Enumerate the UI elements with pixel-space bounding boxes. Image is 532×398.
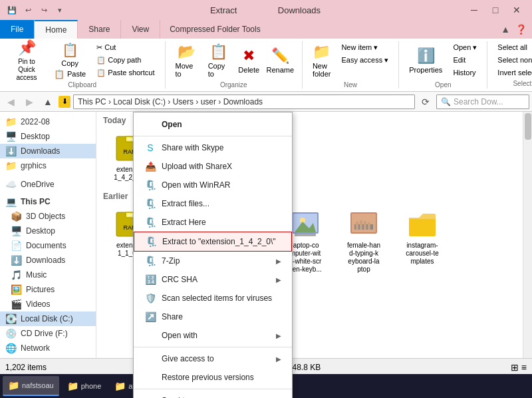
network-icon: 🌐 <box>5 343 17 353</box>
sidebar-item-downloads[interactable]: ⬇️ Downloads <box>0 144 96 158</box>
file-item-female-hand[interactable]: female-hand-typing-keyboard-laptop <box>337 205 390 277</box>
new-item-button[interactable]: New item ▾ <box>336 41 393 53</box>
sidebar-item-cd-drive[interactable]: 💿 CD Drive (F:) <box>0 326 96 341</box>
scrollbar[interactable] <box>523 112 532 358</box>
search-box[interactable]: 🔍 Search Dow... <box>436 95 529 109</box>
quick-access-save[interactable]: 💾 <box>5 3 19 17</box>
select-none-button[interactable]: Select none <box>493 54 532 66</box>
sidebar-item-desktop[interactable]: 🖥️ Desktop <box>0 129 96 144</box>
ctx-share-skype[interactable]: S Share with Skype <box>134 138 292 157</box>
file-item-insta-carousel2[interactable]: instagram-carousel-templates <box>396 205 449 277</box>
ctx-extract-here[interactable]: 🗜️ Extract Here <box>134 213 292 232</box>
sidebar-item-local-disk[interactable]: 💽 Local Disk (C:) <box>0 311 96 326</box>
copy-button[interactable]: 📋 Copy <box>49 41 90 68</box>
scan-icon: 🛡️ <box>144 292 156 304</box>
invert-selection-button[interactable]: Invert selection <box>493 67 532 79</box>
downloads2-icon: ⬇️ <box>11 255 22 266</box>
up-button[interactable]: ▲ <box>40 94 56 110</box>
move-to-button[interactable]: 📂 Move to <box>171 41 202 80</box>
history-button[interactable]: History <box>448 67 481 79</box>
svg-rect-10 <box>127 214 132 216</box>
pin-to-quick-access-button[interactable]: 📌 Pin to Quick access <box>5 41 48 80</box>
paste-shortcut-button[interactable]: 📋 Paste shortcut <box>92 67 159 79</box>
refresh-button[interactable]: ⟳ <box>418 94 434 110</box>
sidebar-item-desktop2[interactable]: 🖥️ Desktop <box>0 224 96 238</box>
tab-compressed[interactable]: Compressed Folder Tools <box>160 20 270 39</box>
ctx-open[interactable]: Open <box>134 115 292 134</box>
scrollbar-thumb[interactable] <box>525 113 531 140</box>
minimize-button[interactable]: ─ <box>464 3 484 17</box>
ctx-extract-files[interactable]: 🗜️ Extract files... <box>134 194 292 213</box>
close-button[interactable]: ✕ <box>507 3 527 17</box>
folder-icon: 📁 <box>5 116 17 127</box>
cut-button[interactable]: ✂ Cut <box>92 41 159 53</box>
sidebar-item-3d-objects[interactable]: 📦 3D Objects <box>0 209 96 224</box>
quick-access-dropdown[interactable]: ▾ <box>53 3 66 17</box>
sidebar-item-downloads2[interactable]: ⬇️ Downloads <box>0 253 96 268</box>
sidebar-item-grphics[interactable]: 📁 grphics <box>0 158 96 173</box>
edit-button[interactable]: Edit <box>448 54 481 66</box>
image-icon-laptop <box>289 208 321 240</box>
quick-access-undo[interactable]: ↩ <box>21 3 35 17</box>
title-bar: 💾 ↩ ↪ ▾ Extract Downloads ─ □ ✕ <box>0 0 532 20</box>
tab-file[interactable]: File <box>0 20 35 39</box>
open-button[interactable]: Open ▾ <box>448 41 481 53</box>
new-label: New <box>344 80 357 90</box>
quick-access-redo[interactable]: ↪ <box>37 3 51 17</box>
ctx-scan-viruses[interactable]: 🛡️ Scan selected items for viruses <box>134 289 292 307</box>
ctx-share[interactable]: ↗️ Share <box>134 307 292 326</box>
sidebar-item-onedrive[interactable]: ☁️ OneDrive <box>0 177 96 192</box>
open-label: Open <box>435 80 451 90</box>
properties-button[interactable]: ℹ️ Properties <box>404 41 447 80</box>
tab-view[interactable]: View <box>121 20 160 39</box>
sidebar-item-documents[interactable]: 📄 Documents <box>0 238 96 253</box>
taskbar-item-phone[interactable]: 📁 phone <box>62 376 107 396</box>
open-items: ℹ️ Properties Open ▾ Edit History <box>404 41 481 80</box>
sidebar-item-music[interactable]: 🎵 Music <box>0 268 96 282</box>
help-icon[interactable]: ❓ <box>515 24 527 35</box>
ribbon-group-select: Select all Select none Invert selection … <box>487 41 532 89</box>
copy-path-button[interactable]: 📋 Copy path <box>92 54 159 66</box>
ctx-upload-sharex[interactable]: 📤 Upload with ShareX <box>134 157 292 176</box>
easy-access-button[interactable]: Easy access ▾ <box>336 54 393 66</box>
select-all-button[interactable]: Select all <box>493 41 532 53</box>
copy-to-button[interactable]: 📋 Copy to <box>203 41 234 80</box>
ctx-give-access[interactable]: Give access to ▶ <box>134 349 292 368</box>
sidebar-item-pictures[interactable]: 🖼️ Pictures <box>0 282 96 297</box>
ribbon-collapse[interactable]: ▲ <box>501 24 510 35</box>
ctx-crc-sha[interactable]: 🔢 CRC SHA ▶ <box>134 270 292 289</box>
maximize-button[interactable]: □ <box>485 3 505 17</box>
ctx-send-to[interactable]: Send to ▶ <box>134 391 292 398</box>
sidebar-item-2022-08[interactable]: 📁 2022-08 <box>0 114 96 129</box>
crc-arrow: ▶ <box>276 276 281 284</box>
this-pc-icon: 💻 <box>5 196 17 207</box>
ctx-open-with[interactable]: Open with ▶ <box>134 326 292 345</box>
address-path[interactable]: This PC › Local Disk (C:) › Users › user… <box>73 95 415 109</box>
send-to-icon <box>144 395 156 398</box>
ctx-separator-2 <box>134 347 292 347</box>
ctx-open-winrar[interactable]: 🗜️ Open with WinRAR <box>134 176 292 194</box>
address-bar: ◀ ▶ ▲ ⬇ This PC › Local Disk (C:) › User… <box>0 92 532 112</box>
ctx-extract-to[interactable]: 🗜️ Extract to "extension_1_4_2_0\" <box>134 232 292 252</box>
sidebar-item-videos[interactable]: 🎬 Videos <box>0 297 96 311</box>
ctx-restore-versions[interactable]: Restore previous versions <box>134 368 292 387</box>
tab-home[interactable]: Home <box>35 20 78 39</box>
taskbar-item-nafstsoau[interactable]: 📁 nafstsoau <box>3 376 59 396</box>
rename-button[interactable]: ✏️ Rename <box>264 41 297 80</box>
details-view[interactable]: ≡ <box>521 362 527 373</box>
delete-button[interactable]: ✖ Delete <box>235 41 263 80</box>
7zip-arrow: ▶ <box>276 258 281 265</box>
clipboard-items: 📌 Pin to Quick access 📋 Copy 📋 Paste ✂ C… <box>5 41 160 80</box>
back-button[interactable]: ◀ <box>3 94 19 110</box>
ctx-7zip[interactable]: 🗜️ 7-Zip ▶ <box>134 252 292 270</box>
new-folder-button[interactable]: 📁 New folder <box>308 41 336 80</box>
open-with-icon <box>144 329 156 341</box>
crc-icon: 🔢 <box>144 274 156 286</box>
paste-button[interactable]: 📋 Paste <box>49 68 90 80</box>
ctx-separator-3 <box>134 389 292 389</box>
large-icons-view[interactable]: ⊞ <box>511 362 519 373</box>
sidebar-item-network[interactable]: 🌐 Network <box>0 341 96 355</box>
tab-share[interactable]: Share <box>78 20 121 39</box>
forward-button[interactable]: ▶ <box>21 94 37 110</box>
sidebar-item-this-pc[interactable]: 💻 This PC <box>0 194 96 209</box>
